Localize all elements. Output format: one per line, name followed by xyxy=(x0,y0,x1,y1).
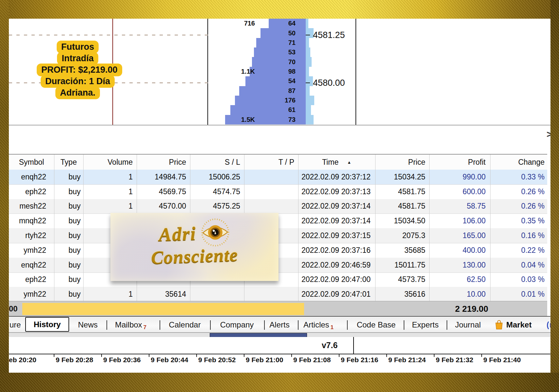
cell-s-l: 15006.25 xyxy=(190,170,244,184)
column-header-type[interactable]: Type xyxy=(54,155,83,170)
table-row[interactable]: enqh22buy114984.7515006.252022.02.09 20:… xyxy=(9,170,547,185)
time-tick xyxy=(339,354,339,357)
column-header-t-p[interactable]: T / P xyxy=(244,155,298,170)
lower-chart-pane: v7.6 xyxy=(9,337,550,354)
cell-volume: 1 xyxy=(83,199,137,214)
cell-change: 0.03 % xyxy=(490,272,547,287)
profit-badge-line-3: Duración: 1 Día xyxy=(41,75,115,88)
market-button[interactable]: Market xyxy=(495,317,531,333)
cell-type: buy xyxy=(54,199,83,214)
column-header-symbol[interactable]: Symbol xyxy=(9,155,54,170)
adri-consciente-watermark: Adri Consciente xyxy=(110,213,279,281)
volume-bar-light xyxy=(306,47,310,57)
column-header-change[interactable]: Change xyxy=(490,155,547,170)
cell-symbol: ymh22 xyxy=(9,287,54,302)
column-header-price[interactable]: Price xyxy=(137,155,190,170)
cell-price: 14984.75 xyxy=(137,170,190,184)
column-separator xyxy=(83,155,84,302)
cell-change: 0.26 % xyxy=(490,199,547,214)
column-separator xyxy=(429,155,430,302)
column-header-profit[interactable]: Profit xyxy=(429,155,490,170)
tab-separator xyxy=(210,320,211,330)
cell-change: 0.01 % xyxy=(490,287,547,302)
cumulative-volume-label: 1.5K xyxy=(241,115,255,124)
cell-time: 2022.02.09 20:37:12 xyxy=(298,170,375,184)
tab-experts[interactable]: Experts xyxy=(412,317,438,333)
ladder-volume-value: 73 xyxy=(288,115,296,124)
cell-t-p xyxy=(244,184,298,199)
cell-price: 4570.00 xyxy=(137,199,190,214)
cell-type: buy xyxy=(54,170,83,184)
tab-company[interactable]: Company xyxy=(220,317,254,333)
ladder-volume-value: 64 xyxy=(288,19,296,28)
tab-articles[interactable]: Articles1 xyxy=(303,317,334,333)
price-tick xyxy=(306,83,310,83)
ladder-volume-value: 87 xyxy=(288,86,296,96)
table-row[interactable]: ymh22buy1356142022.02.09 20:47:013561610… xyxy=(9,287,547,302)
tab-news[interactable]: News xyxy=(78,317,98,333)
cell-price: 2075.3 xyxy=(375,228,429,243)
time-axis-label: 9 Feb 21:00 xyxy=(246,356,283,364)
dashed-gridline xyxy=(9,35,207,35)
time-axis-label: 9 Feb 21:24 xyxy=(388,356,426,364)
volume-bar-light xyxy=(306,28,314,38)
column-separator xyxy=(54,155,54,302)
table-row[interactable]: mesh22buy14570.004575.252022.02.09 20:37… xyxy=(9,199,547,214)
tab-mailbox[interactable]: Mailbox7 xyxy=(115,317,146,333)
cumulative-volume-label: 716 xyxy=(244,19,255,28)
time-tick xyxy=(481,354,482,357)
lower-pane-divider-line xyxy=(353,337,354,354)
cell-price: 35614 xyxy=(137,287,190,302)
horizontal-scrollbar[interactable] xyxy=(9,332,550,337)
tab-exposure-cut[interactable]: ure xyxy=(10,317,21,333)
cell-time: 2022.02.09 20:37:15 xyxy=(298,228,375,243)
tab-calendar[interactable]: Calendar xyxy=(169,317,201,333)
time-axis-label: 9 Feb 21:08 xyxy=(293,356,331,364)
cell-symbol: eph22 xyxy=(9,184,54,199)
column-separator xyxy=(375,155,376,302)
cell-change: 0.26 % xyxy=(490,184,547,199)
time-tick xyxy=(54,354,54,357)
cell-change: 0.33 % xyxy=(490,170,547,184)
cell-price: 15034.50 xyxy=(375,214,429,228)
time-tick xyxy=(101,354,102,357)
tab-code-base[interactable]: Code Base xyxy=(357,317,396,333)
cell-price: 4569.75 xyxy=(137,184,190,199)
ladder-row: 71 xyxy=(207,38,306,47)
cell-price: 4581.75 xyxy=(375,199,429,214)
volume-bar xyxy=(256,38,306,47)
time-axis-label: 9 Feb 21:16 xyxy=(341,356,378,364)
tab-history-active[interactable]: History xyxy=(25,317,69,332)
profit-badge: FuturosIntradíaPROFIT: $2,219.00Duración… xyxy=(37,42,119,99)
column-header-volume[interactable]: Volume xyxy=(83,155,137,170)
cell-t-p xyxy=(244,199,298,214)
column-separator xyxy=(490,155,491,302)
cell-time: 2022.02.09 20:37:13 xyxy=(298,184,375,199)
volume-bar-light xyxy=(306,115,314,124)
cell-price: 35685 xyxy=(375,243,429,258)
profit-badge-line-4: Adriana. xyxy=(55,86,100,99)
cell-price: 35616 xyxy=(375,287,429,302)
tab-journal[interactable]: Journal xyxy=(455,317,481,333)
gold-frame-right xyxy=(550,0,559,392)
column-header-time[interactable]: Time▲ xyxy=(298,155,375,170)
summary-left-value: 00 xyxy=(9,301,18,316)
table-header-row[interactable]: SymbolTypeVolumePriceS / LT / PTime▲Pric… xyxy=(9,155,547,170)
time-tick xyxy=(291,354,292,357)
cell-type: buy xyxy=(54,258,83,272)
column-header-price[interactable]: Price xyxy=(375,155,429,170)
ladder-volume-value: 61 xyxy=(288,105,296,115)
tab-alerts[interactable]: Alerts xyxy=(269,317,289,333)
cell-symbol: mnqh22 xyxy=(9,214,54,228)
ladder-row: 50 xyxy=(207,28,306,38)
profit-badge-line-2: PROFIT: $2,219.00 xyxy=(37,64,122,76)
volume-bar-light xyxy=(306,86,310,96)
indicator-version-label: v7.6 xyxy=(306,337,353,354)
tab-separator xyxy=(160,320,160,330)
volume-bar-light xyxy=(306,67,309,76)
column-header-s-l[interactable]: S / L xyxy=(190,155,244,170)
sort-ascending-icon: ▲ xyxy=(347,160,351,165)
time-axis-line[interactable] xyxy=(9,354,550,354)
cell-profit: 10.00 xyxy=(429,287,490,302)
table-row[interactable]: eph22buy14569.754574.752022.02.09 20:37:… xyxy=(9,184,547,199)
